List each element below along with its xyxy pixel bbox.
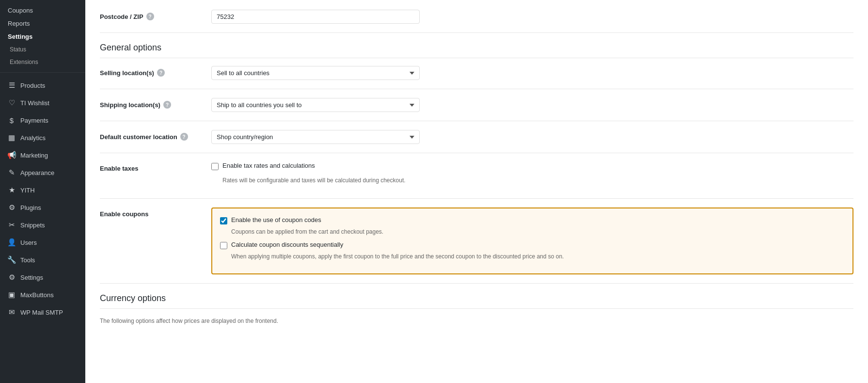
postcode-row: Postcode / ZIP ? [100, 10, 853, 33]
wp-mail-smtp-icon: ✉ [7, 307, 16, 317]
snippets-icon: ✂ [7, 220, 16, 230]
sidebar-nav-label-maxbuttons: MaxButtons [20, 291, 54, 299]
products-icon: ☰ [7, 80, 16, 90]
selling-location-control: Sell to all countriesSell to specific co… [211, 66, 853, 80]
enable-tax-desc: Rates will be configurable and taxes wil… [222, 176, 853, 185]
enable-coupons-checkbox[interactable] [220, 217, 227, 224]
sidebar-item-settings[interactable]: Settings [0, 30, 85, 43]
sidebar-item-settings-nav[interactable]: ⚙ Settings [0, 269, 85, 286]
sidebar-item-payments[interactable]: $ Payments [0, 112, 85, 129]
sidebar-nav-label-snippets: Snippets [20, 222, 45, 229]
wishlist-icon: ♡ [7, 98, 16, 108]
yith-icon: ★ [7, 185, 16, 195]
sidebar-item-extensions[interactable]: Extensions [0, 56, 85, 68]
coupons-box: Enable the use of coupon codes Coupons c… [211, 207, 853, 274]
enable-tax-checkbox-row: Enable tax rates and calculations [211, 162, 853, 170]
sidebar-item-marketing[interactable]: 📢 Marketing [0, 146, 85, 164]
enable-coupons-label: Enable coupons [100, 207, 211, 218]
shipping-location-control: Ship to all countries you sell toShip to… [211, 98, 853, 112]
sidebar-nav-label-appearance: Appearance [20, 169, 54, 176]
enable-coupons-checkbox-row: Enable the use of coupon codes [220, 216, 845, 224]
general-options-heading: General options [100, 43, 853, 58]
analytics-icon: ▦ [7, 133, 16, 143]
shipping-location-row: Shipping location(s) ? Ship to all count… [100, 98, 853, 121]
enable-taxes-label: Enable taxes [100, 162, 211, 172]
postcode-input[interactable] [211, 10, 420, 24]
default-customer-select[interactable]: Shop country/regionGeolocateGeolocate (w… [211, 130, 420, 144]
sidebar-item-users[interactable]: 👤 Users [0, 234, 85, 251]
enable-coupons-checkbox-label[interactable]: Enable the use of coupon codes [231, 216, 321, 223]
selling-location-label: Selling location(s) ? [100, 66, 211, 77]
tools-icon: 🔧 [7, 255, 16, 265]
sidebar-item-maxbuttons[interactable]: ▣ MaxButtons [0, 286, 85, 303]
sidebar-item-analytics[interactable]: ▦ Analytics [0, 129, 85, 146]
sidebar-item-reports[interactable]: Reports [0, 17, 85, 30]
sidebar-nav-label-analytics: Analytics [20, 134, 46, 142]
currency-heading: Currency options [100, 293, 853, 309]
settings-nav-icon: ⚙ [7, 272, 16, 282]
enable-tax-checkbox-label[interactable]: Enable tax rates and calculations [222, 162, 315, 169]
main-content: Postcode / ZIP ? General options Selling… [85, 0, 868, 383]
enable-tax-checkbox[interactable] [211, 163, 219, 170]
sidebar: Coupons Reports Settings Status Extensio… [0, 0, 85, 383]
sidebar-item-plugins[interactable]: ⚙ Plugins [0, 199, 85, 216]
maxbuttons-icon: ▣ [7, 290, 16, 300]
shipping-location-help-icon[interactable]: ? [163, 101, 171, 109]
postcode-control [211, 10, 853, 24]
sidebar-nav-label-tools: Tools [20, 256, 35, 264]
enable-coupons-row: Enable coupons Enable the use of coupon … [100, 207, 853, 284]
enable-taxes-control: Enable tax rates and calculations Rates … [211, 162, 853, 190]
appearance-icon: ✎ [7, 168, 16, 177]
postcode-label: Postcode / ZIP ? [100, 10, 211, 20]
enable-coupons-desc: Coupons can be applied from the cart and… [231, 227, 845, 236]
sidebar-item-snippets[interactable]: ✂ Snippets [0, 216, 85, 234]
sidebar-nav-label-products: Products [20, 82, 45, 89]
sidebar-item-products[interactable]: ☰ Products [0, 77, 85, 94]
default-customer-help-icon[interactable]: ? [180, 133, 188, 141]
currency-section: Currency options The following options a… [100, 293, 853, 325]
sequential-checkbox-label[interactable]: Calculate coupon discounts sequentially [231, 241, 343, 248]
sidebar-nav-label-marketing: Marketing [20, 152, 48, 159]
sequential-checkbox[interactable] [220, 242, 227, 249]
selling-location-help-icon[interactable]: ? [157, 69, 165, 77]
sidebar-item-tools[interactable]: 🔧 Tools [0, 251, 85, 269]
settings-form: Postcode / ZIP ? General options Selling… [85, 0, 868, 340]
selling-location-select[interactable]: Sell to all countriesSell to specific co… [211, 66, 420, 80]
enable-coupons-control: Enable the use of coupon codes Coupons c… [211, 207, 853, 274]
plugins-icon: ⚙ [7, 203, 16, 212]
default-customer-label: Default customer location ? [100, 130, 211, 141]
selling-location-row: Selling location(s) ? Sell to all countr… [100, 66, 853, 89]
enable-taxes-row: Enable taxes Enable tax rates and calcul… [100, 162, 853, 199]
sidebar-nav-label-yith: YITH [20, 187, 35, 194]
sidebar-nav-label-users: Users [20, 239, 37, 246]
sidebar-nav-label-settings: Settings [20, 274, 43, 281]
sidebar-nav-label-wp-mail-smtp: WP Mail SMTP [20, 309, 63, 316]
sequential-desc: When applying multiple coupons, apply th… [231, 252, 845, 261]
postcode-help-icon[interactable]: ? [146, 13, 154, 20]
users-icon: 👤 [7, 238, 16, 247]
sidebar-nav: ☰ Products ♡ TI Wishlist $ Payments ▦ An… [0, 73, 85, 325]
sidebar-item-coupons[interactable]: Coupons [0, 4, 85, 17]
sidebar-nav-label-plugins: Plugins [20, 204, 41, 211]
sidebar-item-wp-mail-smtp[interactable]: ✉ WP Mail SMTP [0, 303, 85, 321]
sidebar-top-section: Coupons Reports Settings Status Extensio… [0, 0, 85, 73]
default-customer-row: Default customer location ? Shop country… [100, 130, 853, 153]
sidebar-item-ti-wishlist[interactable]: ♡ TI Wishlist [0, 94, 85, 112]
sidebar-nav-label-wishlist: TI Wishlist [20, 99, 49, 107]
shipping-location-label: Shipping location(s) ? [100, 98, 211, 109]
content-wrap: Postcode / ZIP ? General options Selling… [85, 0, 868, 383]
sequential-checkbox-row: Calculate coupon discounts sequentially [220, 241, 845, 249]
sidebar-item-yith[interactable]: ★ YITH [0, 181, 85, 199]
sidebar-item-status[interactable]: Status [0, 43, 85, 56]
shipping-location-select[interactable]: Ship to all countries you sell toShip to… [211, 98, 420, 112]
currency-desc: The following options affect how prices … [100, 317, 853, 325]
marketing-icon: 📢 [7, 150, 16, 160]
payments-icon: $ [7, 115, 16, 125]
sidebar-item-appearance[interactable]: ✎ Appearance [0, 164, 85, 181]
default-customer-control: Shop country/regionGeolocateGeolocate (w… [211, 130, 853, 144]
sidebar-nav-label-payments: Payments [20, 117, 48, 124]
